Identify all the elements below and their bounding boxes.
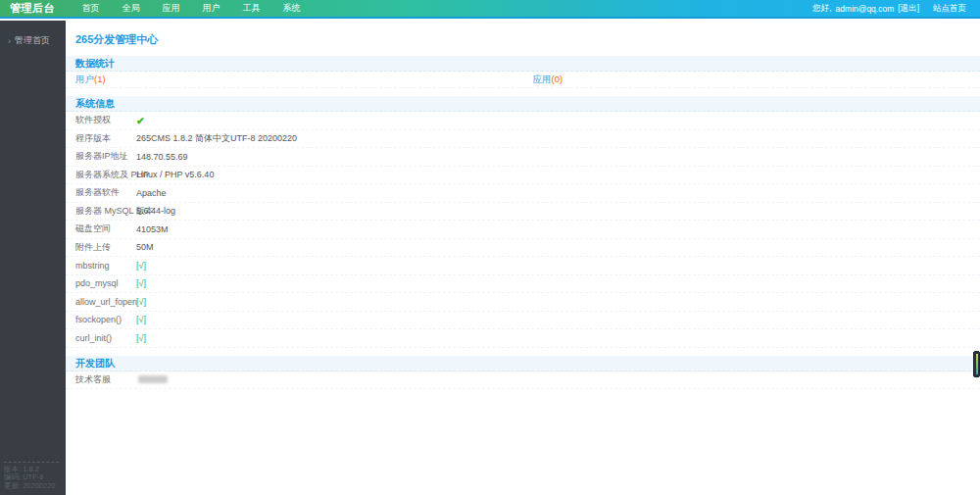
row-label: mbstring: [66, 261, 136, 271]
row-value: 265CMS 1.8.2 简体中文UTF-8 20200220: [136, 132, 297, 145]
row-label: 技术客服: [66, 373, 136, 386]
scroll-indicator[interactable]: [973, 351, 980, 377]
stat-users[interactable]: 用户(1): [66, 74, 523, 86]
row-label: 服务器软件: [66, 186, 136, 199]
row-label: fsockopen(): [66, 315, 136, 324]
section-system-info: 系统信息 软件授权 ✔ 程序版本 265CMS 1.8.2 简体中文UTF-8 …: [66, 96, 980, 348]
users-link[interactable]: 用户: [75, 74, 94, 84]
status-badge: [√]: [136, 333, 146, 343]
apps-link[interactable]: 应用: [533, 74, 552, 84]
table-row: 服务器IP地址 148.70.55.69: [66, 148, 980, 167]
app-title: 管理后台: [0, 1, 71, 16]
table-row: 磁盘空间 41053M: [66, 221, 980, 239]
status-badge: [√]: [136, 261, 146, 271]
table-row: 软件授权 ✔: [66, 112, 980, 130]
sidebar: › 管理首页 版本: 1.8.2 编码: UTF-8 更新: 20200220: [0, 21, 66, 495]
row-value: 50M: [136, 242, 154, 252]
row-label: 服务器IP地址: [66, 150, 136, 163]
section-header-team: 开发团队: [66, 356, 980, 371]
row-label: allow_url_fopen: [66, 297, 136, 307]
scroll-indicator-bar: [976, 354, 978, 374]
account-area: 您好, admin@qq.com [退出] 站点首页: [812, 3, 980, 15]
sidebar-item-admin-home[interactable]: › 管理首页: [0, 21, 66, 47]
site-home-link[interactable]: 站点首页: [933, 3, 966, 15]
row-label: 服务器系统及 PHP: [66, 169, 136, 181]
table-row: 服务器 MySQL 版本 5.6.44-log: [66, 203, 980, 222]
table-row: allow_url_fopen [√]: [66, 293, 980, 312]
row-label: 程序版本: [66, 132, 136, 145]
sidebar-footer: 版本: 1.8.2 编码: UTF-8 更新: 20200220: [4, 462, 59, 491]
users-count: (1): [94, 74, 106, 84]
table-row: 服务器软件 Apache: [66, 184, 980, 203]
main-content: 265分发管理中心 数据统计 用户(1) 应用(0) 系统信息 软件授权 ✔ 程…: [66, 21, 980, 495]
section-data-stats: 数据统计 用户(1) 应用(0): [66, 56, 980, 88]
table-row: fsockopen() [√]: [66, 312, 980, 330]
check-icon: ✔: [136, 115, 145, 126]
row-label: curl_init(): [66, 333, 136, 343]
nav-item-apps[interactable]: 应用: [151, 2, 191, 15]
table-row: 附件上传 50M: [66, 239, 980, 258]
table-row: pdo_mysql [√]: [66, 275, 980, 294]
nav-item-system[interactable]: 系统: [271, 2, 312, 15]
row-value: Linux / PHP v5.6.40: [136, 170, 214, 179]
logout-link[interactable]: [退出]: [898, 3, 919, 15]
table-row: 程序版本 265CMS 1.8.2 简体中文UTF-8 20200220: [66, 130, 980, 149]
sidebar-item-label: 管理首页: [15, 34, 50, 47]
topbar: 管理后台 首页 全局 应用 用户 工具 系统 您好, admin@qq.com …: [0, 0, 980, 19]
stat-apps[interactable]: 应用(0): [523, 74, 980, 86]
account-email: admin@qq.com: [836, 4, 895, 14]
row-label: 附件上传: [66, 241, 136, 254]
table-row: mbstring [√]: [66, 257, 980, 275]
row-label: pdo_mysql: [66, 278, 136, 288]
update-text: 更新: 20200220: [4, 482, 59, 491]
section-dev-team: 开发团队 技术客服: [66, 356, 980, 390]
status-badge: [√]: [136, 278, 146, 288]
section-header-system: 系统信息: [66, 96, 980, 112]
page-title: 265分发管理中心: [75, 32, 980, 47]
table-row: 服务器系统及 PHP Linux / PHP v5.6.40: [66, 167, 980, 185]
nav-item-global[interactable]: 全局: [111, 2, 151, 15]
row-label: 服务器 MySQL 版本: [66, 205, 136, 218]
censored-value: [138, 375, 168, 383]
nav-item-home[interactable]: 首页: [71, 2, 111, 15]
nav-item-tools[interactable]: 工具: [231, 2, 271, 15]
row-value: 148.70.55.69: [136, 152, 188, 162]
row-value: 5.6.44-log: [136, 206, 175, 216]
row-label: 磁盘空间: [66, 223, 136, 235]
status-badge: [√]: [136, 315, 146, 324]
chevron-right-icon: ›: [8, 36, 11, 46]
row-value: Apache: [136, 188, 167, 198]
stats-row: 用户(1) 应用(0): [66, 72, 980, 88]
row-label: 软件授权: [66, 114, 136, 126]
row-value: 41053M: [136, 224, 169, 234]
section-header-stats: 数据统计: [66, 56, 980, 72]
greeting-text: 您好,: [812, 3, 831, 15]
apps-count: (0): [552, 74, 564, 84]
table-row: 技术客服: [66, 371, 980, 390]
status-badge: [√]: [136, 297, 146, 307]
nav-item-users[interactable]: 用户: [191, 2, 231, 15]
table-row: curl_init() [√]: [66, 329, 980, 348]
